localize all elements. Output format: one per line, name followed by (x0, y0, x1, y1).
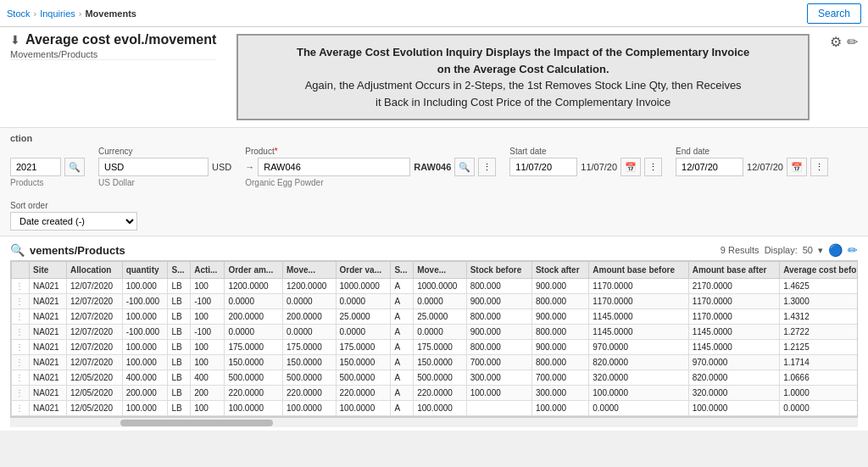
display-dropdown-icon[interactable]: ▾ (818, 245, 823, 256)
row-handle[interactable]: ⋮ (12, 386, 30, 401)
search-results-icon[interactable]: 🔍 (10, 243, 25, 257)
product-search-btn[interactable]: 🔍 (454, 158, 475, 176)
col-stock-before[interactable]: Stock before (466, 262, 531, 279)
col-move2[interactable]: Move... (414, 262, 467, 279)
col-order-am[interactable]: Order am... (225, 262, 283, 279)
col-s2[interactable]: S... (391, 262, 414, 279)
table-cell: 0.0000 (780, 401, 858, 416)
page-subtitle: Movements/Products (10, 49, 216, 60)
start-date-input[interactable] (509, 158, 577, 176)
product-options-btn[interactable]: ⋮ (478, 158, 496, 176)
table-cell: 12/07/2020 (67, 355, 123, 370)
end-date-cal-btn[interactable]: 📅 (787, 158, 807, 176)
table-cell: 100.000 (122, 340, 168, 355)
back-icon[interactable]: ⬇ (10, 33, 20, 47)
breadcrumb-stock[interactable]: Stock (7, 8, 31, 19)
scrollbar-thumb[interactable] (120, 420, 273, 426)
table-cell: 1.0666 (780, 370, 858, 386)
table-cell: LB (168, 401, 191, 416)
table-cell: 0.0000 (589, 401, 688, 416)
table-cell: 0.0000 (225, 325, 283, 340)
settings-icon[interactable]: ⚙ (830, 34, 842, 50)
start-date-options-btn[interactable]: ⋮ (644, 158, 662, 176)
table-cell: NA021 (30, 355, 67, 370)
edit-icon[interactable]: ✏ (847, 34, 858, 50)
start-date-cal-btn[interactable]: 📅 (620, 158, 641, 176)
table-cell: NA021 (30, 279, 67, 294)
col-allocation[interactable]: Allocation (67, 262, 123, 279)
year-input[interactable] (10, 158, 61, 176)
table-cell (466, 401, 531, 416)
row-handle[interactable]: ⋮ (12, 325, 30, 340)
table-cell: 12/05/2020 (67, 370, 123, 386)
col-order-va[interactable]: Order va... (336, 262, 391, 279)
col-acti[interactable]: Acti... (191, 262, 225, 279)
table-cell: 700.000 (466, 355, 531, 370)
row-handle[interactable]: ⋮ (12, 294, 30, 309)
row-handle[interactable]: ⋮ (12, 309, 30, 325)
data-table: Site Allocation quantity S... Acti... Or… (11, 261, 858, 416)
col-site[interactable]: Site (30, 262, 67, 279)
table-cell: 100.000 (122, 401, 168, 416)
table-cell: 1.4625 (780, 279, 858, 294)
table-cell: A (391, 386, 414, 401)
results-edit-btn[interactable]: ✏ (848, 243, 858, 257)
table-cell: 900.000 (531, 279, 588, 294)
table-cell: 100.000 (531, 401, 588, 416)
row-handle[interactable]: ⋮ (12, 340, 30, 355)
col-stock-after[interactable]: Stock after (531, 262, 588, 279)
table-cell: 100.0000 (283, 401, 337, 416)
col-move[interactable]: Move... (283, 262, 337, 279)
row-handle[interactable]: ⋮ (12, 279, 30, 294)
table-cell: 500.0000 (414, 370, 467, 386)
row-handle[interactable]: ⋮ (12, 355, 30, 370)
start-date-label: Start date (509, 147, 662, 156)
currency-input[interactable] (98, 158, 209, 176)
table-cell: A (391, 370, 414, 386)
col-s[interactable]: S... (168, 262, 191, 279)
table-cell: 800.000 (531, 355, 588, 370)
table-cell: 100.0000 (225, 401, 283, 416)
col-amount-base-after[interactable]: Amount base after (688, 262, 780, 279)
table-cell: NA021 (30, 325, 67, 340)
results-blue-btn[interactable]: 🔵 (828, 243, 843, 257)
sort-order-select[interactable]: Date created (-) (10, 212, 137, 231)
table-cell: 800.000 (531, 294, 588, 309)
horizontal-scrollbar[interactable] (10, 417, 858, 427)
table-cell: 150.0000 (283, 355, 337, 370)
table-cell: 150.0000 (225, 355, 283, 370)
col-quantity[interactable]: quantity (122, 262, 168, 279)
table-row: ⋮NA02112/07/2020-100.000LB-1000.00000.00… (12, 294, 859, 309)
end-date-input[interactable] (676, 158, 743, 176)
col-avg-cost-before[interactable]: Average cost before (780, 262, 858, 279)
table-row: ⋮NA02112/07/2020100.000LB100200.0000200.… (12, 309, 859, 325)
table-cell: 0.0000 (283, 325, 337, 340)
breadcrumb-movements: Movements (85, 8, 136, 19)
breadcrumb-inquiries[interactable]: Inquiries (40, 8, 75, 19)
year-search-btn[interactable]: 🔍 (64, 158, 85, 176)
table-cell: 100.0000 (589, 386, 688, 401)
data-table-container[interactable]: Site Allocation quantity S... Acti... Or… (10, 260, 858, 417)
table-cell: 0.0000 (283, 294, 337, 309)
row-handle[interactable]: ⋮ (12, 370, 30, 386)
table-cell: 300.000 (466, 370, 531, 386)
table-cell: 100.000 (466, 386, 531, 401)
table-cell: 400.000 (122, 370, 168, 386)
table-cell: LB (168, 325, 191, 340)
table-cell: 1145.0000 (589, 325, 688, 340)
end-date-options-btn[interactable]: ⋮ (810, 158, 828, 176)
table-cell: 200.0000 (283, 309, 337, 325)
table-cell: 150.0000 (336, 355, 391, 370)
filter-title: ction (10, 133, 858, 143)
table-cell: -100 (191, 325, 225, 340)
table-cell: 1.4312 (780, 309, 858, 325)
table-cell: 1170.0000 (688, 294, 780, 309)
info-line3: Again, the Adjustment Occurs in 2-Steps,… (252, 77, 794, 94)
currency-value-display: USD (212, 162, 231, 172)
table-cell: 100.000 (122, 279, 168, 294)
search-button[interactable]: Search (807, 3, 861, 24)
col-amount-base-before[interactable]: Amount base before (589, 262, 688, 279)
row-handle[interactable]: ⋮ (12, 401, 30, 416)
product-input[interactable] (258, 158, 410, 176)
end-date-group: End date 12/07/20 📅 ⋮ (676, 147, 828, 176)
